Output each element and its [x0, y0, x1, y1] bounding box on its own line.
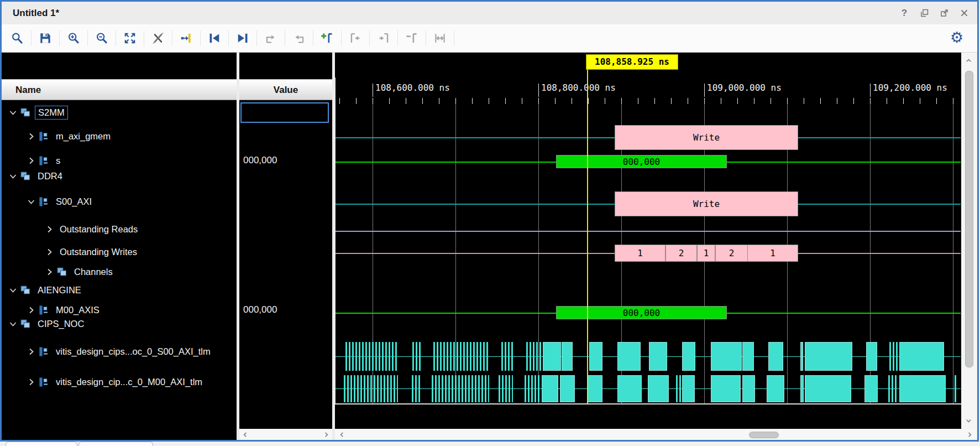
move-up-button[interactable] [260, 27, 282, 49]
activity-burst [866, 342, 877, 371]
wave-vertical-scrollbar[interactable] [961, 53, 977, 429]
zoom-in-button[interactable] [62, 27, 85, 49]
chevron-down-icon[interactable] [8, 319, 18, 329]
go-to-cursor-button[interactable] [175, 27, 197, 49]
tree-row-m-axi-gmem[interactable]: m_axi_gmem [2, 126, 237, 146]
scroll-right-button[interactable] [965, 430, 974, 439]
tree-row-cips-noc[interactable]: CIPS_NOC [2, 314, 237, 334]
transaction-block[interactable]: 1 [697, 245, 715, 262]
horizontal-scroll-thumb[interactable] [749, 432, 779, 438]
wave-horizontal-scrollbar[interactable] [335, 429, 977, 440]
previous-transition-button[interactable] [203, 27, 226, 49]
ruler-major-tick [373, 84, 373, 97]
transaction-block[interactable]: Write [615, 125, 798, 150]
scroll-left-button[interactable] [240, 430, 250, 439]
transaction-block[interactable]: 000,000 [556, 306, 727, 319]
wave-left-axis [335, 77, 336, 403]
scroll-down-button[interactable] [964, 416, 973, 426]
maximize-button[interactable] [939, 8, 950, 19]
fit-markers-button[interactable] [429, 27, 451, 49]
tree-row-ddr4[interactable]: DDR4 [2, 166, 237, 186]
add-marker-button[interactable] [316, 27, 338, 49]
tree-row-s00-axi[interactable]: S00_AXI [2, 191, 237, 211]
signal-name-label[interactable]: AIENGINE [35, 284, 84, 297]
signal-name-label[interactable]: Channels [71, 266, 116, 278]
signal-name-label[interactable]: S00_AXI [53, 195, 95, 208]
interface-icon [39, 132, 49, 141]
value-cell: 000,000 [243, 300, 277, 320]
scroll-right-button[interactable] [322, 430, 331, 439]
chevron-right-icon[interactable] [27, 347, 36, 356]
signal-name-label[interactable]: vitis_design_cips...oc_0_S00_AXI_tlm [53, 345, 213, 358]
move-down-button[interactable] [288, 27, 310, 49]
tree-row-vitis-design-cips-oc-0-s00-axi-tlm[interactable]: vitis_design_cips...oc_0_S00_AXI_tlm [2, 341, 237, 361]
search-button[interactable] [6, 27, 28, 49]
transaction-block[interactable]: 1 [615, 245, 665, 262]
chevron-right-icon[interactable] [45, 267, 54, 277]
chevron-down-icon[interactable] [8, 108, 18, 117]
ruler-minor-tick [787, 98, 788, 104]
ruler-minor-tick [621, 98, 622, 104]
swap-cursor-button[interactable] [147, 27, 169, 49]
chevron-down-icon[interactable] [8, 286, 18, 295]
chevron-right-icon[interactable] [27, 305, 36, 315]
signal-name-label[interactable]: Outstanding Writes [57, 246, 140, 258]
value-horizontal-scrollbar[interactable] [239, 429, 332, 440]
chevron-down-icon[interactable] [8, 172, 18, 181]
transaction-block[interactable]: 1 [747, 245, 798, 262]
vertical-scroll-thumb[interactable] [965, 71, 973, 367]
signal-name-label[interactable]: CIPS_NOC [35, 318, 87, 330]
chevron-right-icon[interactable] [27, 132, 36, 141]
chevron-right-icon[interactable] [27, 377, 36, 387]
toolbar-separator [228, 30, 229, 46]
tree-row-channels[interactable]: Channels [2, 262, 237, 282]
time-cursor[interactable] [587, 70, 588, 403]
ruler-minor-tick [771, 98, 771, 104]
signal-name-label[interactable]: m_axi_gmem [53, 130, 113, 143]
value-column-header[interactable]: Value [239, 79, 332, 100]
signal-name-label[interactable]: DDR4 [35, 170, 65, 183]
ruler-tick-label: 108,600.000 ns [375, 82, 450, 93]
transaction-block[interactable]: 000,000 [556, 155, 727, 168]
tree-row-outstanding-reads[interactable]: Outstanding Reads [2, 219, 237, 239]
next-transition-button[interactable] [232, 27, 254, 49]
name-column-header[interactable]: Name [2, 79, 237, 100]
chevron-right-icon[interactable] [45, 225, 54, 234]
chevron-down-icon[interactable] [27, 197, 36, 206]
settings-gear-icon[interactable]: ⚙ [948, 28, 965, 48]
signal-name-label[interactable]: S2MM [35, 106, 68, 120]
scroll-up-button[interactable] [964, 56, 973, 65]
transaction-block[interactable]: 2 [715, 245, 748, 262]
signal-name-label[interactable]: Outstanding Reads [57, 223, 140, 236]
tree-row-aiengine[interactable]: AIENGINE [2, 280, 237, 300]
close-button[interactable] [958, 8, 969, 19]
previous-marker-button[interactable] [344, 27, 366, 49]
zoom-out-button[interactable] [91, 27, 113, 49]
transaction-block[interactable]: Write [615, 191, 798, 216]
toolbar-separator [369, 30, 370, 46]
transaction-block[interactable]: 2 [665, 245, 697, 262]
save-button[interactable] [34, 27, 56, 49]
chevron-right-icon[interactable] [27, 156, 36, 165]
tree-row-vitis-design-cip-c-0-m00-axi-tlm[interactable]: vitis_design_cip...c_0_M00_AXI_tlm [2, 372, 237, 392]
activity-burst [767, 375, 784, 402]
toolbar-separator [426, 30, 426, 46]
scroll-left-button[interactable] [337, 430, 347, 439]
float-button[interactable] [919, 8, 930, 19]
help-button[interactable]: ? [899, 8, 910, 19]
ruler-minor-tick [887, 98, 887, 104]
remove-marker-button[interactable] [401, 27, 423, 49]
waveform-canvas[interactable]: 108,600.000 ns108,800.000 ns109,000.000 … [335, 53, 961, 429]
ruler-minor-tick [936, 98, 937, 104]
wave-bottom-axis [335, 403, 961, 404]
next-marker-button[interactable] [373, 27, 395, 49]
zoom-fit-button[interactable] [119, 27, 141, 49]
ruler-major-tick [538, 84, 539, 97]
tree-row-outstanding-writes[interactable]: Outstanding Writes [2, 242, 237, 262]
time-cursor-label[interactable]: 108,858.925 ns [586, 54, 678, 70]
chevron-right-icon[interactable] [45, 247, 54, 257]
signal-name-label[interactable]: vitis_design_cip...c_0_M00_AXI_tlm [53, 376, 205, 388]
signal-name-label[interactable]: s [53, 154, 63, 167]
tree-row-s2mm[interactable]: S2MM [2, 102, 237, 122]
value-cell-focused[interactable] [240, 102, 329, 123]
